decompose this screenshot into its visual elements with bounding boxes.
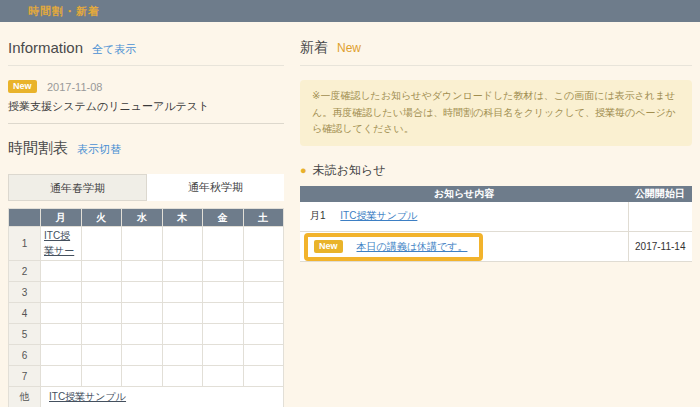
tab-fall-semester[interactable]: 通年秋学期: [147, 174, 284, 201]
day-header-wed: 水: [122, 209, 163, 227]
unread-notices-label: ● 未読お知らせ: [300, 162, 692, 179]
new-section-heading: 新着: [300, 39, 328, 57]
day-header-sat: 土: [243, 209, 284, 227]
course-notice-link[interactable]: ITC授業サンプル: [340, 210, 417, 221]
cancellation-notice-link[interactable]: 本日の講義は休講です。: [357, 240, 468, 254]
timetable-row-4: 4: [9, 303, 284, 324]
period-label: 6: [9, 345, 41, 366]
period-label: 3: [9, 282, 41, 303]
highlight-annotation-box: New 本日の講義は休講です。: [304, 233, 483, 261]
timetable-cell: [122, 303, 163, 324]
course-link[interactable]: ITC授業サンプル: [49, 391, 126, 402]
page-title: 時間割・新着: [28, 4, 100, 19]
information-item-meta: New 2017-11-08: [8, 77, 284, 95]
timetable-cell: [162, 366, 203, 387]
period-label-other: 他: [9, 387, 41, 407]
notice-cell: 月1 ITC授業サンプル: [300, 202, 628, 232]
timetable-row-5: 5: [9, 324, 284, 345]
timetable-cell: [41, 345, 82, 366]
timetable-cell: [162, 345, 203, 366]
information-item: New 2017-11-08 授業支援システムのリニューアルテスト: [8, 77, 284, 124]
course-link[interactable]: ITC授業サー: [44, 230, 74, 256]
timetable-cell: [203, 366, 244, 387]
date-cell: 2017-11-14: [628, 232, 692, 262]
timetable-cell: [41, 303, 82, 324]
unread-notices-text: 未読お知らせ: [313, 162, 386, 179]
timetable-heading: 時間割表: [8, 139, 68, 158]
table-row: New 本日の講義は休講です。 2017-11-14: [300, 232, 692, 262]
column-header-date: 公開開始日: [628, 186, 692, 202]
timetable-row-6: 6: [9, 345, 284, 366]
period-label: 7: [9, 366, 41, 387]
information-heading: Information: [8, 39, 83, 56]
timetable-cell: [243, 345, 284, 366]
timetable-cell: [243, 227, 284, 261]
top-bar: 時間割・新着: [0, 0, 700, 22]
separator: [8, 65, 284, 66]
timetable-cell: [41, 366, 82, 387]
date-cell: [628, 202, 692, 232]
timetable-cell: [81, 261, 122, 282]
unread-header-row: お知らせ内容 公開開始日: [300, 186, 692, 202]
period-label: 4: [9, 303, 41, 324]
timetable-row-2: 2: [9, 261, 284, 282]
timetable-cell: [243, 324, 284, 345]
timetable-cell: [122, 261, 163, 282]
notice-box: ※一度確認したお知らせやダウンロードした教材は、この画面には表示されません。再度…: [300, 80, 692, 146]
period-label: 2: [9, 261, 41, 282]
timetable-cell: [41, 261, 82, 282]
new-heading-row: 新着 New: [300, 39, 692, 57]
timetable-cell: [243, 366, 284, 387]
timetable-cell: [122, 366, 163, 387]
day-header-fri: 金: [203, 209, 244, 227]
timetable-cell: [122, 324, 163, 345]
timetable-row-3: 3: [9, 282, 284, 303]
timetable-cell: [41, 282, 82, 303]
information-date: 2017-11-08: [47, 81, 102, 93]
left-column: Information 全て表示 New 2017-11-08 授業支援システム…: [8, 39, 284, 407]
toggle-view-link[interactable]: 表示切替: [77, 142, 121, 157]
period-label: 5: [9, 324, 41, 345]
timetable-cell: [41, 324, 82, 345]
timetable-cell: [162, 303, 203, 324]
timetable-row-1: 1 ITC授業サー: [9, 227, 284, 261]
new-badge: New: [314, 240, 343, 253]
column-header-content: お知らせ内容: [300, 186, 628, 202]
new-badge: New: [8, 80, 37, 93]
day-header-mon: 月: [41, 209, 82, 227]
timetable-cell-mon-1: ITC授業サー: [41, 227, 82, 261]
day-header-thu: 木: [162, 209, 203, 227]
timetable-cell: [81, 324, 122, 345]
semester-tabs: 通年春学期 通年秋学期: [8, 174, 284, 201]
timetable-cell-other: ITC授業サンプル: [41, 387, 284, 407]
timetable-grid: 月 火 水 木 金 土 1 ITC授業サー 2 3: [8, 208, 284, 407]
new-section-heading-en: New: [337, 41, 361, 55]
timetable-corner-cell: [9, 209, 41, 227]
timetable-cell: [162, 227, 203, 261]
timetable-cell: [203, 324, 244, 345]
timetable-cell: [81, 366, 122, 387]
timetable-cell: [162, 261, 203, 282]
timetable-cell: [203, 227, 244, 261]
period-label: 1: [9, 227, 41, 261]
timetable-cell: [81, 282, 122, 303]
timetable-cell: [203, 282, 244, 303]
timetable-cell: [243, 261, 284, 282]
tab-spring-semester[interactable]: 通年春学期: [8, 174, 147, 201]
timetable-cell: [203, 261, 244, 282]
timetable-cell: [81, 227, 122, 261]
timetable-cell: [81, 303, 122, 324]
day-header-tue: 火: [81, 209, 122, 227]
timetable-row-7: 7: [9, 366, 284, 387]
separator: [300, 65, 692, 66]
timetable-header-row: 月 火 水 木 金 土: [9, 209, 284, 227]
information-title[interactable]: 授業支援システムのリニューアルテスト: [8, 99, 284, 114]
timetable-cell: [81, 345, 122, 366]
view-all-link[interactable]: 全て表示: [92, 42, 136, 57]
timetable-cell: [162, 324, 203, 345]
right-column: 新着 New ※一度確認したお知らせやダウンロードした教材は、この画面には表示さ…: [300, 39, 692, 407]
notice-cell: New 本日の講義は休講です。: [300, 232, 628, 262]
information-heading-row: Information 全て表示: [8, 39, 284, 57]
bullet-icon: ●: [300, 164, 307, 176]
timetable-cell: [122, 345, 163, 366]
